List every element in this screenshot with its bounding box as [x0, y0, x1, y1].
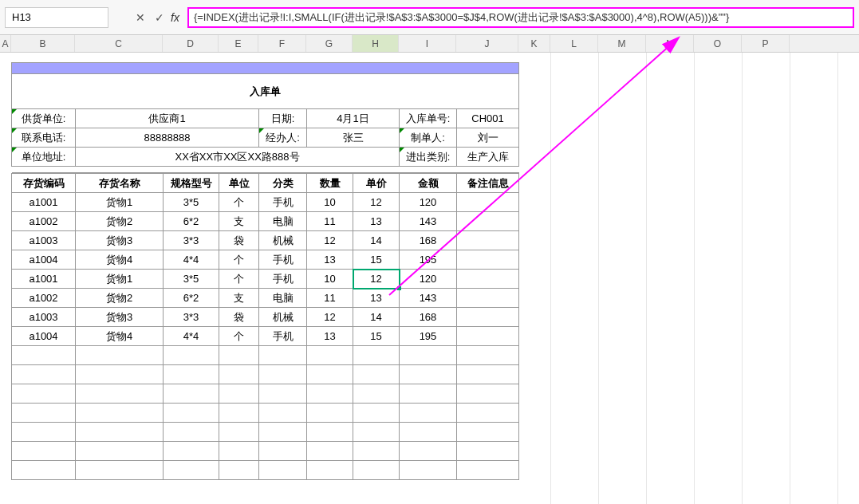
cell[interactable]: [400, 404, 457, 423]
cell[interactable]: 货物2: [76, 289, 164, 308]
cell[interactable]: [76, 384, 164, 404]
cell[interactable]: 机械: [259, 231, 307, 250]
colheader-E[interactable]: E: [219, 35, 258, 52]
cell[interactable]: [12, 461, 76, 480]
colheader-G[interactable]: G: [306, 35, 353, 52]
cell[interactable]: [400, 461, 457, 480]
colheader-K[interactable]: K: [518, 35, 550, 52]
cell[interactable]: 143: [400, 212, 457, 231]
cell[interactable]: 195: [400, 250, 457, 270]
cell[interactable]: [164, 365, 219, 384]
cancel-icon[interactable]: ✕: [132, 10, 148, 26]
colheader-D[interactable]: D: [163, 35, 219, 52]
cell[interactable]: 14: [353, 231, 400, 250]
th-7[interactable]: 金额: [400, 174, 457, 193]
cell[interactable]: [259, 346, 307, 365]
cell[interactable]: [12, 365, 76, 384]
cell[interactable]: [12, 423, 76, 442]
fx-icon[interactable]: fx: [171, 11, 179, 24]
colheader-B[interactable]: B: [11, 35, 75, 52]
cell[interactable]: [164, 461, 219, 480]
cell[interactable]: 12: [353, 270, 400, 289]
colheader-N[interactable]: N: [646, 35, 694, 52]
cell[interactable]: [400, 423, 457, 442]
cell[interactable]: [353, 442, 400, 461]
val-docno[interactable]: CH001: [457, 109, 519, 128]
cell[interactable]: 手机: [259, 270, 307, 289]
cell[interactable]: 4*4: [164, 250, 219, 270]
cell[interactable]: [164, 423, 219, 442]
cell[interactable]: [457, 423, 519, 442]
cell[interactable]: [307, 365, 353, 384]
cell[interactable]: 10: [307, 270, 353, 289]
cell[interactable]: 手机: [259, 327, 307, 346]
cell[interactable]: a1002: [12, 212, 76, 231]
cell[interactable]: [400, 346, 457, 365]
cell[interactable]: [307, 442, 353, 461]
th-8[interactable]: 备注信息: [457, 174, 519, 193]
cell[interactable]: 11: [307, 212, 353, 231]
cell[interactable]: [457, 346, 519, 365]
cell[interactable]: 195: [400, 327, 457, 346]
cell[interactable]: [307, 423, 353, 442]
colheader-A[interactable]: A: [0, 35, 11, 52]
th-4[interactable]: 分类: [259, 174, 307, 193]
val-handler[interactable]: 张三: [307, 128, 400, 148]
cell[interactable]: [353, 365, 400, 384]
cell[interactable]: 3*5: [164, 270, 219, 289]
cell[interactable]: 电脑: [259, 212, 307, 231]
cell[interactable]: 3*3: [164, 308, 219, 327]
cell[interactable]: 13: [353, 212, 400, 231]
cell[interactable]: [219, 365, 259, 384]
cell[interactable]: [457, 384, 519, 404]
colheader-I[interactable]: I: [399, 35, 456, 52]
colheader-C[interactable]: C: [75, 35, 163, 52]
th-6[interactable]: 单价: [353, 174, 400, 193]
cell[interactable]: 15: [353, 250, 400, 270]
cell[interactable]: 15: [353, 327, 400, 346]
cell[interactable]: [353, 404, 400, 423]
cell[interactable]: 货物3: [76, 308, 164, 327]
cell[interactable]: 6*2: [164, 289, 219, 308]
colheader-H[interactable]: H: [353, 35, 399, 52]
cell[interactable]: [259, 442, 307, 461]
cell[interactable]: 机械: [259, 308, 307, 327]
cell[interactable]: [307, 346, 353, 365]
column-headers[interactable]: ABCDEFGHIJKLMNOP: [0, 35, 859, 53]
cell[interactable]: [164, 442, 219, 461]
cell[interactable]: a1004: [12, 250, 76, 270]
cell[interactable]: 货物1: [76, 193, 164, 212]
cell[interactable]: [12, 442, 76, 461]
colheader-P[interactable]: P: [742, 35, 790, 52]
cell[interactable]: [457, 442, 519, 461]
cell[interactable]: [353, 423, 400, 442]
cell[interactable]: 11: [307, 289, 353, 308]
cell[interactable]: [307, 384, 353, 404]
th-5[interactable]: 数量: [307, 174, 353, 193]
cell[interactable]: 3*3: [164, 231, 219, 250]
cell[interactable]: [457, 212, 519, 231]
cell[interactable]: [12, 404, 76, 423]
cell[interactable]: 14: [353, 308, 400, 327]
cell[interactable]: [353, 346, 400, 365]
cell[interactable]: [76, 423, 164, 442]
cell[interactable]: [457, 327, 519, 346]
cell[interactable]: 个: [219, 193, 259, 212]
cell[interactable]: [457, 250, 519, 270]
cell[interactable]: [400, 365, 457, 384]
cell[interactable]: [219, 404, 259, 423]
cell[interactable]: [457, 365, 519, 384]
cell[interactable]: [457, 289, 519, 308]
cell[interactable]: 个: [219, 270, 259, 289]
th-3[interactable]: 单位: [219, 174, 259, 193]
cell[interactable]: 手机: [259, 250, 307, 270]
cell[interactable]: [457, 308, 519, 327]
cell[interactable]: [164, 404, 219, 423]
cell[interactable]: [457, 404, 519, 423]
cell[interactable]: [457, 270, 519, 289]
val-supplier[interactable]: 供应商1: [76, 109, 259, 128]
cell[interactable]: [400, 442, 457, 461]
cell[interactable]: [259, 365, 307, 384]
cell[interactable]: [219, 461, 259, 480]
cell[interactable]: [353, 461, 400, 480]
